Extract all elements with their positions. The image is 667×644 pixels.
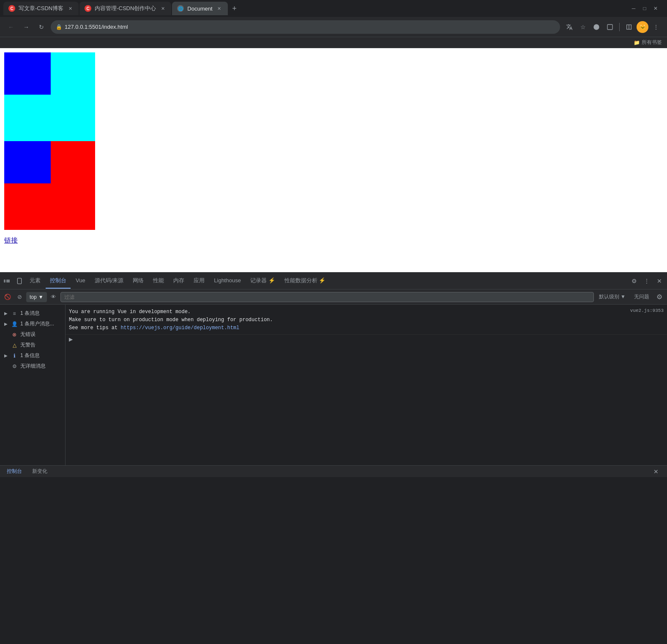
tab-application[interactable]: 应用 [189,273,209,289]
translate-button[interactable] [563,21,575,33]
sidebar-item-user[interactable]: ▶ 👤 1 条用户消息... [0,319,65,329]
browser-chrome: C 写文章-CSDN博客 ✕ C 内容管理-CSDN创作中心 ✕ 🌐 Docum… [0,0,667,48]
tab-1-close[interactable]: ✕ [67,5,74,12]
console-expand-arrow[interactable]: ▶ [66,335,667,344]
bookmark-button[interactable]: ☆ [577,21,589,33]
svg-rect-2 [17,278,21,284]
tab-3[interactable]: 🌐 Document ✕ [172,2,227,15]
warning-icon: △ [11,342,18,349]
shape-red-small [51,141,95,183]
no-issues-label: 无问题 [634,293,649,300]
svg-rect-1 [607,25,612,30]
tab-memory[interactable]: 内存 [169,273,189,289]
devtools-close-button[interactable]: ✕ [653,275,665,287]
vue-deployment-link[interactable]: https://vuejs.org/guide/deployment.html [120,325,239,331]
shape-blue-bottom [4,141,51,183]
tab-network[interactable]: 网络 [128,273,148,289]
bottom-close-button[interactable]: ✕ [650,466,662,478]
extension-btn-2[interactable] [604,21,616,33]
context-selector[interactable]: top ▼ [26,292,47,302]
bookmarks-label: 所有书签 [642,39,662,46]
filter-input[interactable] [60,292,594,302]
back-button[interactable]: ← [5,21,17,33]
tab-3-label: Document [187,5,212,12]
window-controls: ─ □ ✕ [631,5,664,11]
verbose-icon: ⚙ [11,363,18,370]
minimize-button[interactable]: ─ [631,5,637,11]
profile-button[interactable]: 🐱 [637,21,648,33]
devtools-bottom: 控制台 新变化 ✕ [0,465,667,477]
filter-toggle-button[interactable]: ⊘ [14,292,25,302]
tab-2[interactable]: C 内容管理-CSDN创作中心 ✕ [79,2,171,15]
devtools-settings-button[interactable]: ⚙ [628,275,640,287]
messages-icon: ≡ [11,310,18,317]
tab-elements[interactable]: 元素 [25,273,45,289]
console-settings-button[interactable]: ⚙ [654,292,664,302]
sidebar-item-info[interactable]: ▶ ℹ 1 条信息 [0,350,65,361]
eye-button[interactable]: 👁 [49,292,59,302]
tab-3-close[interactable]: ✕ [216,5,223,12]
shape-red-large [4,183,95,230]
devtools-device-button[interactable] [14,276,25,286]
warnings-label: 无警告 [20,341,36,349]
tab-lighthouse[interactable]: Lighthouse [210,273,245,289]
bottom-tab-console[interactable]: 控制台 [5,468,24,475]
tab-sources[interactable]: 源代码/来源 [90,273,128,289]
shape-cyan-bottom [4,95,51,141]
devtools: 元素 控制台 Vue 源代码/来源 网络 性能 内存 应用 Lighthouse… [0,272,667,477]
reload-button[interactable]: ↻ [36,21,47,33]
console-toolbar: 🚫 ⊘ top ▼ 👁 默认级别 ▼ 无问题 ⚙ [0,289,667,305]
forward-button[interactable]: → [20,21,32,33]
info-label: 1 条信息 [20,352,40,359]
clear-console-button[interactable]: 🚫 [3,292,13,302]
expand-info-icon: ▶ [3,353,8,358]
console-sidebar: ▶ ≡ 1 条消息 ▶ 👤 1 条用户消息... ⊗ 无错误 △ 无警告 ▶ [0,305,66,465]
sidebar-item-verbose[interactable]: ⚙ 无详细消息 [0,361,65,371]
tab-performance-insights[interactable]: 性能数据分析 ⚡ [280,273,330,289]
tab-console[interactable]: 控制台 [46,273,71,289]
devtools-inspect-button[interactable] [2,276,12,286]
console-message-1-source[interactable]: vue2.js:9353 [630,308,664,313]
user-icon: 👤 [11,321,18,327]
new-tab-button[interactable]: + [229,3,241,14]
address-url: 127.0.0.1:5501/index.html [65,24,128,30]
tab-2-close[interactable]: ✕ [159,5,166,12]
maximize-button[interactable]: □ [642,5,648,11]
no-issues-button[interactable]: 无问题 [631,293,653,300]
verbose-label: 无详细消息 [20,363,46,370]
devtools-more-button[interactable]: ⋮ [641,275,653,287]
info-icon: ℹ [11,352,18,359]
sidebar-item-messages[interactable]: ▶ ≡ 1 条消息 [0,308,65,319]
expand-messages-icon: ▶ [3,311,8,316]
error-icon: ⊗ [11,331,18,338]
devtools-tabs: 元素 控制台 Vue 源代码/来源 网络 性能 内存 应用 Lighthouse… [0,273,667,289]
console-body: ▶ ≡ 1 条消息 ▶ 👤 1 条用户消息... ⊗ 无错误 △ 无警告 ▶ [0,305,667,465]
console-message-1: You are running Vue in development mode.… [66,306,667,335]
bookmarks-bar: 📁 所有书签 [0,37,667,48]
page-link[interactable]: 链接 [4,236,18,245]
shape-cyan [51,52,95,141]
close-button[interactable]: ✕ [653,5,659,11]
errors-label: 无错误 [20,331,36,338]
sidebar-item-errors[interactable]: ⊗ 无错误 [0,329,65,340]
sidebar-item-warnings[interactable]: △ 无警告 [0,340,65,350]
tab-1[interactable]: C 写文章-CSDN博客 ✕ [3,2,79,15]
log-level-selector[interactable]: 默认级别 ▼ [596,293,629,300]
bottom-tab-new-changes[interactable]: 新变化 [30,468,49,475]
extension-btn-1[interactable] [590,21,602,33]
secure-icon: 🔒 [56,24,62,30]
toolbar-actions: ☆ 🐱 ⋮ [563,21,662,33]
tab-vue[interactable]: Vue [71,273,90,289]
split-view-button[interactable] [623,21,635,33]
tab-recorder[interactable]: 记录器 ⚡ [246,273,279,289]
menu-button[interactable]: ⋮ [650,21,662,33]
canvas-area [4,52,95,230]
svg-point-0 [593,24,599,30]
address-input-wrap[interactable]: 🔒 127.0.0.1:5501/index.html [51,20,560,34]
page-content: 链接 [0,48,667,272]
tab-performance[interactable]: 性能 [149,273,168,289]
console-main: You are running Vue in development mode.… [66,305,667,465]
console-message-1-text: You are running Vue in development mode.… [69,308,627,333]
context-value: top [30,294,37,300]
tab-3-icon: 🌐 [177,5,184,12]
